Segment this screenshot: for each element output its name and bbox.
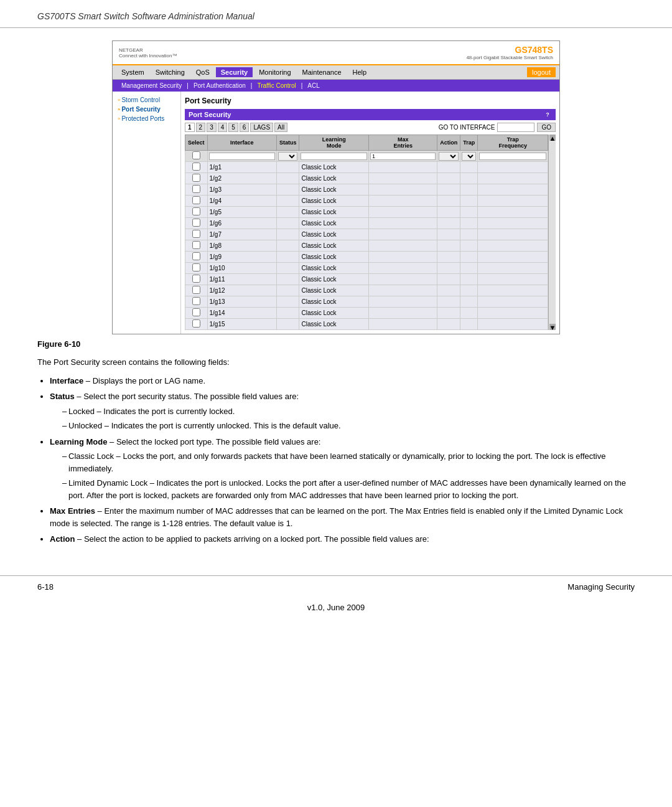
term-max-entries: Max Entries — [50, 506, 95, 516]
device-model-name: GS748TS — [466, 45, 553, 55]
subnav-management-security[interactable]: Management Security — [116, 81, 187, 90]
table-row: 1/g14 Classic Lock — [185, 308, 548, 319]
select-all-checkbox[interactable] — [192, 151, 200, 159]
trap-filter[interactable] — [462, 152, 476, 161]
iface-cell: 1/g12 — [207, 285, 276, 296]
main-panel: Port Security Port Security ? 1 2 3 4 5 — [181, 92, 559, 334]
learning-cell: Classic Lock — [299, 173, 369, 184]
table-row: 1/g4 Classic Lock — [185, 196, 548, 207]
subnav-acl[interactable]: ACL — [302, 81, 324, 90]
status-cell — [276, 162, 299, 173]
action-cell — [437, 162, 460, 173]
section-header: Port Security ? — [185, 109, 556, 120]
subnav-traffic-control[interactable]: Traffic Control — [252, 81, 301, 90]
interface-filter[interactable] — [209, 153, 275, 160]
tab-2[interactable]: 2 — [196, 123, 206, 132]
row-checkbox[interactable] — [192, 163, 200, 171]
section-title: Port Security — [189, 111, 231, 118]
logout-button[interactable]: logout — [527, 67, 556, 77]
iface-cell: 1/g14 — [207, 308, 276, 319]
iface-cell: 1/g10 — [207, 263, 276, 274]
learning-cell: Classic Lock — [299, 319, 369, 330]
scrollbar[interactable]: ▲ ▼ — [548, 134, 556, 330]
bullet-learning-mode: Learning Mode – Select the locked port t… — [50, 436, 635, 502]
tab-all[interactable]: All — [274, 123, 287, 132]
scroll-up-arrow[interactable]: ▲ — [549, 134, 556, 141]
freq-filter[interactable] — [479, 153, 546, 160]
row-checkbox[interactable] — [192, 174, 200, 182]
row-checkbox[interactable] — [192, 196, 200, 204]
iface-cell: 1/g11 — [207, 274, 276, 285]
nav-system[interactable]: System — [116, 67, 149, 77]
status-subbullets: Locked – Indicates the port is currently… — [62, 405, 635, 432]
subnav-port-authentication[interactable]: Port Authentication — [189, 81, 251, 90]
device-screenshot: NETGEAR Connect with Innovation™ GS748TS… — [112, 40, 560, 334]
table-container: Select Interface Status LearningMode Max… — [185, 134, 556, 330]
footer-version: v1.0, June 2009 — [0, 598, 672, 617]
help-icon[interactable]: ? — [543, 110, 552, 119]
status-filter[interactable] — [278, 152, 298, 161]
nav-maintenance[interactable]: Maintenance — [297, 67, 347, 77]
arrow-icon-3: » — [118, 116, 120, 121]
figure-label: Figure 6-10 — [37, 339, 635, 349]
learning-filter[interactable] — [301, 153, 367, 160]
nav-security[interactable]: Security — [216, 67, 253, 77]
tab-1[interactable]: 1 — [185, 123, 195, 132]
trap-cell — [460, 162, 478, 173]
sidebar-protected-ports[interactable]: » Protected Ports — [115, 114, 178, 123]
row-checkbox[interactable] — [192, 241, 200, 249]
col-status: Status — [276, 135, 299, 151]
iface-cell: 1/g1 — [207, 162, 276, 173]
nav-help[interactable]: Help — [348, 67, 372, 77]
scroll-down-arrow[interactable]: ▼ — [549, 324, 556, 330]
sidebar: » Storm Control » Port Security » Protec… — [113, 92, 181, 334]
row-checkbox[interactable] — [192, 286, 200, 294]
learning-cell: Classic Lock — [299, 252, 369, 263]
row-checkbox[interactable] — [192, 275, 200, 283]
learning-subbullets: Classic Lock – Locks the port, and only … — [62, 450, 635, 501]
row-checkbox[interactable] — [192, 297, 200, 305]
sidebar-port-security[interactable]: » Port Security — [115, 105, 178, 114]
bullet-action: Action – Select the action to be applied… — [50, 533, 635, 545]
nav-switching[interactable]: Switching — [151, 67, 190, 77]
tab-5[interactable]: 5 — [228, 123, 238, 132]
netgear-header: NETGEAR Connect with Innovation™ GS748TS… — [113, 41, 559, 65]
nav-qos[interactable]: QoS — [191, 67, 215, 77]
max-cell — [368, 162, 437, 173]
doc-footer: 6-18 Managing Security — [0, 575, 672, 598]
row-checkbox[interactable] — [192, 207, 200, 215]
sidebar-storm-control[interactable]: » Storm Control — [115, 95, 178, 105]
sidebar-protected-ports-label: Protected Ports — [121, 115, 164, 122]
learning-cell: Classic Lock — [299, 207, 369, 218]
tab-3[interactable]: 3 — [207, 123, 217, 132]
doc-header: GS700TS Smart Switch Software Administra… — [0, 0, 672, 28]
go-interface-input[interactable] — [497, 123, 534, 132]
learning-cell: Classic Lock — [299, 162, 369, 173]
go-interface-label: GO TO INTERFACE — [439, 124, 495, 131]
nav-monitoring[interactable]: Monitoring — [254, 67, 296, 77]
max-filter[interactable] — [370, 153, 436, 160]
row-checkbox[interactable] — [192, 185, 200, 193]
row-checkbox[interactable] — [192, 219, 200, 227]
row-checkbox[interactable] — [192, 308, 200, 316]
content-area: » Storm Control » Port Security » Protec… — [113, 92, 559, 334]
footer-page: 6-18 — [37, 582, 54, 592]
term-status: Status — [50, 392, 75, 401]
go-button[interactable]: GO — [537, 123, 556, 132]
tab-lags[interactable]: LAGS — [250, 123, 273, 132]
row-checkbox[interactable] — [192, 319, 200, 328]
footer-section: Managing Security — [567, 582, 635, 592]
action-filter[interactable] — [439, 152, 459, 161]
tab-4[interactable]: 4 — [218, 123, 228, 132]
row-checkbox[interactable] — [192, 230, 200, 238]
tab-6[interactable]: 6 — [240, 123, 250, 132]
sidebar-storm-label: Storm Control — [121, 97, 160, 103]
trap-cell — [460, 173, 478, 184]
learning-cell: Classic Lock — [299, 263, 369, 274]
term-learning: Learning Mode — [50, 437, 107, 446]
table-row: 1/g3 Classic Lock — [185, 184, 548, 196]
iface-cell: 1/g3 — [207, 184, 276, 196]
screenshot-wrapper: NETGEAR Connect with Innovation™ GS748TS… — [37, 40, 635, 334]
row-checkbox[interactable] — [192, 263, 200, 271]
row-checkbox[interactable] — [192, 252, 200, 260]
